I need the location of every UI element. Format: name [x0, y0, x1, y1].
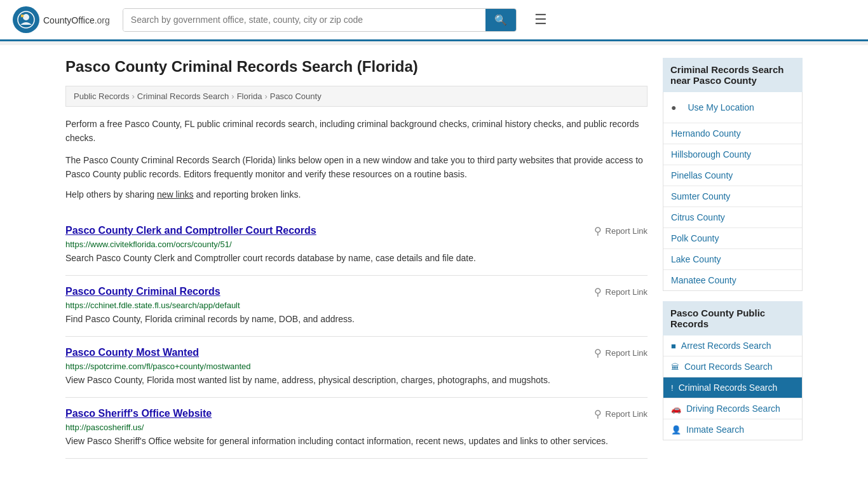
nearby-county-link[interactable]: Lake County [663, 249, 802, 269]
sidebar-item-label: Court Records Search [684, 362, 773, 372]
report-link[interactable]: ⚲ Report Link [594, 225, 648, 237]
resource-header: Pasco County Most Wanted ⚲ Report Link [65, 347, 648, 359]
sidebar-item-icon: 🚗 [671, 404, 681, 414]
help-text-suffix: and reporting broken links. [196, 189, 301, 200]
nearby-county-item[interactable]: Sumter County [663, 186, 802, 207]
public-records-title: Pasco County Public Records [663, 301, 803, 336]
intro-paragraph-1: Perform a free Pasco County, FL public c… [65, 117, 648, 146]
report-icon: ⚲ [594, 225, 602, 237]
search-bar: 🔍 [123, 8, 517, 32]
sidebar-item-icon: 👤 [671, 425, 681, 435]
public-records-item[interactable]: ■ Arrest Records Search [663, 336, 802, 356]
sidebar-item-label: Driving Records Search [686, 403, 780, 414]
public-records-item[interactable]: 🏛 Court Records Search [663, 356, 802, 377]
resource-header: Pasco Sheriff's Office Website ⚲ Report … [65, 408, 648, 420]
nearby-county-item[interactable]: Citrus County [663, 207, 802, 228]
nearby-county-item[interactable]: Hernando County [663, 123, 802, 144]
public-records-link[interactable]: 👤 Inmate Search [663, 419, 802, 440]
logo-name: CountyOffice [43, 15, 95, 25]
main-layout: Pasco County Criminal Records Search (Fl… [53, 45, 815, 471]
help-text: Help others by sharing new links and rep… [65, 189, 648, 200]
resource-header: Pasco County Clerk and Comptroller Court… [65, 225, 648, 237]
report-link[interactable]: ⚲ Report Link [594, 408, 648, 420]
use-my-location-link[interactable]: Use My Location [680, 97, 761, 118]
report-icon: ⚲ [594, 347, 602, 359]
use-my-location-item[interactable]: ● Use My Location [663, 92, 802, 123]
public-records-link[interactable]: ■ Arrest Records Search [663, 336, 802, 356]
nearby-counties: Hernando CountyHillsborough CountyPinell… [663, 123, 802, 290]
nearby-section: Criminal Records Search near Pasco Count… [663, 58, 803, 291]
nearby-county-item[interactable]: Pinellas County [663, 165, 802, 186]
resource-header: Pasco County Criminal Records ⚲ Report L… [65, 286, 648, 298]
breadcrumb-florida[interactable]: Florida [237, 92, 262, 101]
nearby-county-link[interactable]: Hillsborough County [663, 144, 802, 165]
resource-url: http://pascosheriff.us/ [65, 423, 648, 432]
svg-point-1 [23, 14, 29, 20]
resource-url: https://www.civitekflorida.com/ocrs/coun… [65, 240, 648, 249]
report-label: Report Link [606, 348, 648, 358]
search-icon: 🔍 [494, 15, 507, 25]
nearby-county-item[interactable]: Polk County [663, 228, 802, 249]
breadcrumb-public-records[interactable]: Public Records [74, 92, 129, 101]
sidebar-item-icon: ! [671, 383, 674, 393]
logo-text: CountyOffice.org [43, 13, 110, 27]
nearby-county-link[interactable]: Pinellas County [663, 165, 802, 186]
resource-url: https://spotcrime.com/fl/pasco+county/mo… [65, 362, 648, 371]
menu-button[interactable]: ☰ [529, 9, 552, 30]
resource-description: View Pasco County, Florida most wanted l… [65, 374, 648, 387]
help-text-prefix: Help others by sharing [65, 189, 154, 200]
search-button[interactable]: 🔍 [485, 9, 516, 31]
report-label: Report Link [606, 287, 648, 297]
resource-description: Search Pasco County Clerk and Comptrolle… [65, 252, 648, 265]
public-records-item[interactable]: ! Criminal Records Search [663, 377, 802, 398]
public-records-link[interactable]: 🚗 Driving Records Search [663, 398, 802, 419]
nearby-county-item[interactable]: Hillsborough County [663, 144, 802, 165]
logo-link[interactable]: CountyOffice.org [13, 6, 110, 33]
resource-url: https://cchinet.fdle.state.fl.us/search/… [65, 301, 648, 310]
breadcrumb-sep-2: › [231, 92, 234, 101]
resource-card: Pasco County Criminal Records ⚲ Report L… [65, 276, 648, 337]
sidebar-item-label: Criminal Records Search [679, 383, 778, 393]
public-records-list: ■ Arrest Records Search 🏛 Court Records … [663, 336, 803, 440]
search-input[interactable] [123, 9, 485, 31]
report-label: Report Link [606, 409, 648, 419]
report-link[interactable]: ⚲ Report Link [594, 347, 648, 359]
resource-card: Pasco County Most Wanted ⚲ Report Link h… [65, 337, 648, 398]
nearby-county-link[interactable]: Citrus County [663, 207, 802, 227]
resource-title-link[interactable]: Pasco Sheriff's Office Website [65, 408, 212, 419]
resource-title-link[interactable]: Pasco County Clerk and Comptroller Court… [65, 225, 316, 236]
nearby-county-link[interactable]: Polk County [663, 228, 802, 248]
resource-card: Pasco Sheriff's Office Website ⚲ Report … [65, 398, 648, 459]
public-records-link[interactable]: 🏛 Court Records Search [663, 356, 802, 377]
new-links-link[interactable]: new links [157, 189, 194, 200]
nearby-county-link[interactable]: Hernando County [663, 123, 802, 144]
location-pin-icon: ● [671, 102, 676, 112]
public-records-item[interactable]: 👤 Inmate Search [663, 419, 802, 440]
report-label: Report Link [606, 226, 648, 236]
resource-title-link[interactable]: Pasco County Criminal Records [65, 286, 220, 297]
nearby-county-link[interactable]: Manatee County [663, 270, 802, 290]
page-title: Pasco County Criminal Records Search (Fl… [65, 58, 648, 76]
public-records-item[interactable]: 🚗 Driving Records Search [663, 398, 802, 419]
sidebar: Criminal Records Search near Pasco Count… [663, 58, 803, 459]
nearby-county-item[interactable]: Manatee County [663, 270, 802, 290]
report-link[interactable]: ⚲ Report Link [594, 286, 648, 298]
header: CountyOffice.org 🔍 ☰ [0, 0, 868, 41]
resource-title-link[interactable]: Pasco County Most Wanted [65, 347, 199, 358]
hamburger-icon: ☰ [534, 11, 547, 27]
nearby-title: Criminal Records Search near Pasco Count… [663, 58, 803, 92]
sidebar-item-label: Inmate Search [686, 424, 744, 435]
nearby-county-link[interactable]: Sumter County [663, 186, 802, 207]
public-records-link[interactable]: ! Criminal Records Search [663, 377, 802, 398]
public-records-section: Pasco County Public Records ■ Arrest Rec… [663, 301, 803, 440]
breadcrumb-current: Pasco County [270, 92, 322, 101]
sidebar-item-icon: 🏛 [671, 362, 679, 372]
breadcrumb-criminal-records[interactable]: Criminal Records Search [137, 92, 229, 101]
resources-container: Pasco County Clerk and Comptroller Court… [65, 215, 648, 459]
sidebar-item-icon: ■ [671, 341, 676, 351]
breadcrumb-sep-3: › [264, 92, 267, 101]
intro-paragraph-2: The Pasco County Criminal Records Search… [65, 153, 648, 182]
breadcrumb: Public Records › Criminal Records Search… [65, 86, 648, 107]
nearby-county-item[interactable]: Lake County [663, 249, 802, 270]
sidebar-item-label: Arrest Records Search [681, 341, 771, 351]
